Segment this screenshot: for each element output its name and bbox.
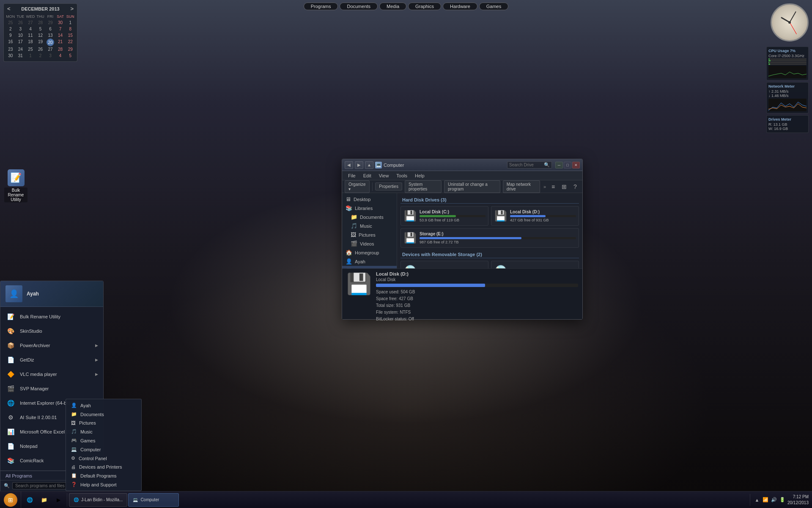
cal-day[interactable]: 11 [25,32,36,39]
drive-d[interactable]: 💾 Local Disk (D:) 427 GB free of 931 GB [491,206,579,226]
cal-day[interactable]: 5 [36,26,46,32]
cal-day[interactable]: 29 [45,19,55,26]
back-button[interactable]: ◀ [345,161,353,169]
cal-day[interactable]: 1 [65,19,75,26]
start-app-svp[interactable]: 🎬 SVP Manager [0,381,103,396]
quick-folder[interactable]: 📁 [37,493,51,507]
cal-day[interactable]: 14 [55,32,66,39]
view-details-icon[interactable]: ≡ [549,182,558,191]
prog-computer[interactable]: 💻 Computer [66,445,141,454]
prog-music[interactable]: 🎵 Music [66,427,141,436]
quick-media[interactable]: ▶ [52,493,65,507]
prog-games[interactable]: 🎮 Games [66,436,141,445]
sidebar-documents[interactable]: 📁 Documents [342,213,397,221]
cal-day[interactable]: 17 [16,39,26,46]
toolbar-system-props[interactable]: System properties [405,180,442,193]
cal-day[interactable]: 29 [65,46,75,52]
cal-day[interactable]: 10 [16,32,26,39]
minimize-button[interactable]: ─ [555,162,563,168]
cal-day[interactable]: 3 [16,26,26,32]
drive-e[interactable]: 💾 Storage (E:) 987 GB free of 2.72 TB [401,228,579,248]
view-help-icon[interactable]: ? [571,182,580,191]
sidebar-ayah[interactable]: 👤 Ayah [342,257,397,266]
cal-day[interactable]: 1 [25,52,36,59]
explorer-search-input[interactable] [509,163,543,167]
cal-day[interactable]: 28 [55,46,66,52]
menu-view[interactable]: View [376,172,392,179]
cal-day[interactable]: 2 [36,52,46,59]
cal-day[interactable]: 25 [5,19,16,26]
start-button[interactable]: ⊞ [0,491,21,508]
menu-tools[interactable]: Tools [393,172,411,179]
up-button[interactable]: ▲ [365,161,373,169]
cal-day[interactable]: 15 [65,32,75,39]
cal-day[interactable]: 16 [5,39,16,46]
cal-day[interactable]: 24 [16,46,26,52]
sidebar-desktop[interactable]: 🖥 Desktop [342,195,397,204]
cal-day[interactable]: 3 [45,52,55,59]
cal-day[interactable]: 22 [65,39,75,46]
cal-day[interactable]: 8 [65,26,75,32]
toolbar-map-drive[interactable]: Map network drive [503,180,540,193]
cal-day[interactable]: 7 [55,26,66,32]
cal-day-today[interactable]: 20 [47,39,54,46]
all-programs-btn[interactable]: All Programs [5,473,32,478]
close-button[interactable]: ✕ [572,162,580,168]
nav-documents[interactable]: Documents [340,3,378,10]
prog-help[interactable]: ❓ Help and Support [66,480,141,489]
tray-expand[interactable]: ▲ [754,497,760,503]
cal-day[interactable]: 21 [55,39,66,46]
view-list-icon[interactable]: ⊞ [560,182,569,191]
cal-day[interactable]: 26 [16,19,26,26]
sidebar-videos[interactable]: 🎬 Videos [342,239,397,248]
taskbar-mozilla[interactable]: 🌐 J-Lan Bidin - Mozilla... [69,493,127,507]
maximize-button[interactable]: □ [564,162,571,168]
start-app-powerarchiver[interactable]: 📦 PowerArchiver ▶ [0,338,103,353]
cal-day[interactable]: 25 [25,46,36,52]
cal-day[interactable]: 27 [45,46,55,52]
cal-day[interactable]: 5 [65,52,75,59]
cal-day[interactable]: 30 [55,19,66,26]
start-app-getdiz[interactable]: 📄 GetDiz ▶ [0,353,103,367]
removable-title[interactable]: Devices with Removable Storage (2) [401,251,579,258]
cal-day[interactable]: 23 [5,46,16,52]
hard-drives-title[interactable]: Hard Disk Drives (3) [401,196,579,204]
cal-day[interactable]: 27 [25,19,36,26]
prog-documents[interactable]: 📁 Documents [66,410,141,419]
forward-button[interactable]: ▶ [355,161,363,169]
cal-day[interactable]: 6 [45,26,55,32]
prog-ayah[interactable]: 👤 Ayah [66,401,141,410]
cal-day[interactable]: 30 [5,52,16,59]
tray-battery[interactable]: 🔋 [779,497,786,503]
menu-file[interactable]: File [345,172,359,179]
calendar-prev[interactable]: < [7,6,11,12]
tray-volume[interactable]: 🔊 [771,497,777,503]
drive-cd[interactable]: 💿 CD Drive (H:) [491,261,579,268]
taskbar-computer[interactable]: 💻 Computer [128,493,179,507]
sidebar-pictures[interactable]: 🖼 Pictures [342,230,397,239]
cal-day[interactable]: 31 [16,52,26,59]
nav-games[interactable]: Games [479,3,508,10]
cal-day[interactable]: 26 [36,46,46,52]
desktop-icon-bulk-rename[interactable]: 📝 Bulk Rename Utility [4,169,27,202]
prog-devices[interactable]: 🖨 Devices and Printers [66,463,141,471]
drive-dvd[interactable]: 💿 DVD RW Drive (F:) [401,261,488,268]
cal-day[interactable]: 28 [36,19,46,26]
sidebar-libraries[interactable]: 📚 Libraries [342,204,397,213]
cal-day[interactable]: 4 [25,26,36,32]
start-app-skinstudio[interactable]: 🎨 SkinStudio [0,324,103,338]
cal-day[interactable]: 18 [25,39,36,46]
prog-default[interactable]: 📋 Default Programs [66,471,141,480]
nav-media[interactable]: Media [379,3,406,10]
prog-control-panel[interactable]: ⚙ Control Panel [66,454,141,463]
menu-edit[interactable]: Edit [360,172,375,179]
cal-day[interactable]: 19 [36,39,46,46]
calendar-next[interactable]: > [70,6,74,12]
quick-ie[interactable]: 🌐 [23,493,36,507]
sidebar-homegroup[interactable]: 🏠 Homegroup [342,248,397,257]
prog-pictures[interactable]: 🖼 Pictures [66,419,141,427]
nav-hardware[interactable]: Hardware [443,3,477,10]
toolbar-uninstall[interactable]: Uninstall or change a program [444,180,500,193]
menu-help[interactable]: Help [411,172,428,179]
sidebar-music[interactable]: 🎵 Music [342,221,397,230]
